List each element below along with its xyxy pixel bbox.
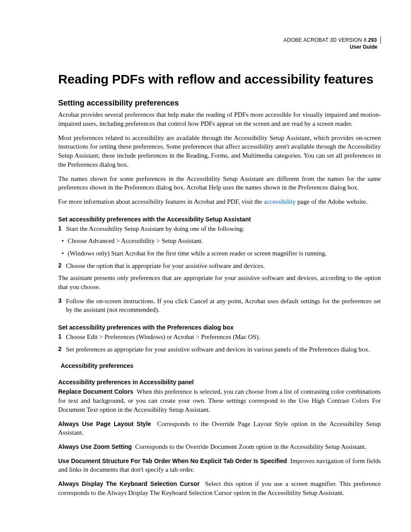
- step-item: 1 Choose Edit > Preferences (Windows) or…: [58, 333, 381, 342]
- bullet-icon: •: [62, 249, 68, 258]
- definition-term: Always Use Page Layout Style: [58, 420, 151, 427]
- step-number: 1: [58, 224, 66, 233]
- definition-term: Replace Document Colors: [58, 388, 134, 395]
- accessibility-link[interactable]: accessibility: [264, 198, 296, 205]
- header-subtitle: User Guide: [58, 44, 381, 50]
- step-text: Choose Edit > Preferences (Windows) or A…: [66, 333, 381, 342]
- section-heading: Setting accessibility preferences: [58, 99, 381, 108]
- body-paragraph: The assistant presents only preferences …: [58, 274, 381, 291]
- document-page: ADOBE ACROBAT 3D VERSION 8 293 User Guid…: [0, 0, 411, 532]
- bullet-icon: •: [62, 236, 68, 246]
- subsection-heading: Accessibility preferences: [61, 362, 381, 369]
- body-text: For more information about accessibility…: [58, 198, 264, 205]
- bullet-text: Choose Advanced > Accessibility > Setup …: [68, 236, 381, 246]
- page-header: ADOBE ACROBAT 3D VERSION 8 293 User Guid…: [58, 37, 381, 50]
- body-paragraph: Acrobat provides several preferences tha…: [58, 110, 381, 128]
- chapter-title: Reading PDFs with reflow and accessibili…: [58, 72, 381, 87]
- body-text: page of the Adobe website.: [296, 198, 368, 205]
- step-number: 2: [58, 261, 66, 271]
- body-paragraph: For more information about accessibility…: [58, 197, 381, 206]
- step-item: 3 Follow the on-screen instructions. If …: [58, 297, 381, 314]
- step-text: Follow the on-screen instructions. If yo…: [66, 297, 381, 314]
- bullet-item: • (Windows only) Start Acrobat for the f…: [58, 249, 381, 258]
- definition-item: Always Use Page Layout Style Corresponds…: [58, 420, 381, 437]
- step-number: 2: [58, 345, 66, 354]
- bullet-item: • Choose Advanced > Accessibility > Setu…: [58, 236, 381, 246]
- step-number: 1: [58, 333, 66, 342]
- step-item: 1 Start the Accessibility Setup Assistan…: [58, 224, 381, 233]
- step-item: 2 Choose the option that is appropriate …: [58, 261, 381, 271]
- definition-item: Replace Document Colors When this prefer…: [58, 387, 381, 414]
- definition-term: Use Document Structure For Tab Order Whe…: [58, 457, 287, 464]
- definition-term: Always Use Zoom Setting: [58, 443, 132, 450]
- subsection-heading: Accessibility preferences in Accessibili…: [58, 379, 381, 386]
- subsection-heading: Set accessibility preferences with the P…: [58, 324, 381, 331]
- step-text: Choose the option that is appropriate fo…: [66, 261, 381, 271]
- subsection-heading: Set accessibility preferences with the A…: [58, 216, 381, 223]
- body-paragraph: The names shown for some preferences in …: [58, 174, 381, 192]
- definition-item: Use Document Structure For Tab Order Whe…: [58, 457, 381, 474]
- step-number: 3: [58, 297, 66, 314]
- definition-item: Always Display The Keyboard Selection Cu…: [58, 479, 381, 497]
- step-text: Start the Accessibility Setup Assistant …: [66, 224, 381, 233]
- definition-item: Always Use Zoom Setting Corresponds to t…: [58, 442, 381, 451]
- definition-text: Corresponds to the Override Document Zoo…: [135, 443, 367, 450]
- bullet-text: (Windows only) Start Acrobat for the fir…: [68, 249, 381, 258]
- header-page-number: 293: [368, 37, 377, 43]
- definition-term: Always Display The Keyboard Selection Cu…: [58, 480, 199, 487]
- body-paragraph: Most preferences related to accessibilit…: [58, 134, 381, 169]
- step-text: Set preferences as appropriate for your …: [66, 345, 381, 354]
- header-product: ADOBE ACROBAT 3D VERSION 8: [283, 37, 367, 43]
- step-item: 2 Set preferences as appropriate for you…: [58, 345, 381, 354]
